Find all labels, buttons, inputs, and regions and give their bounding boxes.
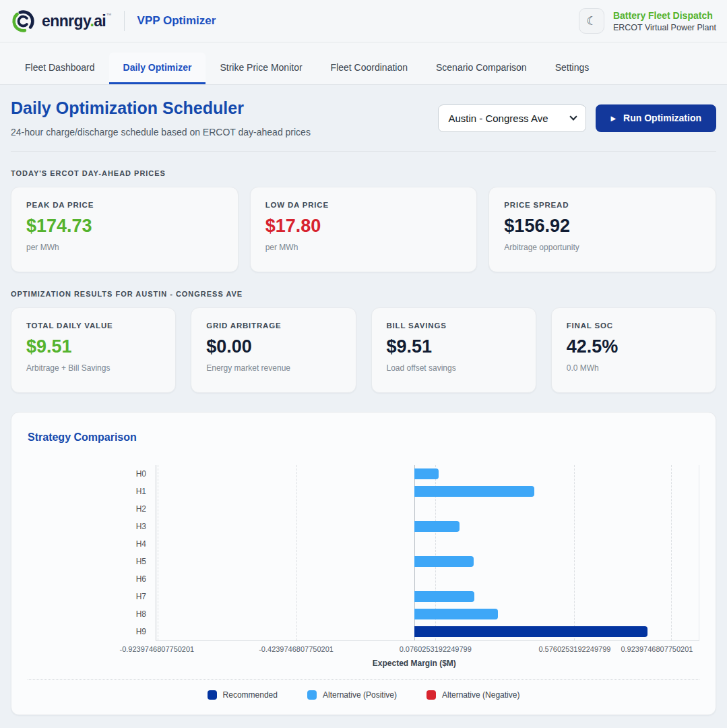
chart-x-axis-label: Expected Margin ($M) [373,659,456,668]
tab-label: Scenario Comparison [436,62,527,73]
chart-bar-h1 [414,486,535,497]
page-header-row: Daily Optimization Scheduler 24-hour cha… [11,98,716,138]
fleet-info: Battery Fleet Dispatch ERCOT Virtual Pow… [613,10,716,32]
chart-x-tick-label: 0.9239746807750201 [621,645,693,653]
moon-icon: ☾ [586,14,596,28]
app-title: VPP Optimizer [137,14,216,28]
tab-settings[interactable]: Settings [541,53,604,84]
fleet-description: ERCOT Virtual Power Plant [613,23,716,32]
stat-card-sublabel: Arbitrage + Bill Savings [26,363,160,373]
chart-category-label: H1 [28,483,156,500]
stat-card-sublabel: Load offset savings [387,363,521,373]
chart-bar-h8 [414,609,499,619]
page-header-text: Daily Optimization Scheduler 24-hour cha… [11,98,311,138]
tab-fleet-dashboard[interactable]: Fleet Dashboard [11,53,109,84]
top-bar: ennrgy.ai™ VPP Optimizer ☾ Battery Fleet… [0,0,727,42]
play-icon: ▶ [610,115,616,122]
strategy-comparison-card: Strategy Comparison H0H1H2H3H4H5H6H7H8H9… [11,412,716,715]
stat-card-sublabel: per MWh [265,243,462,252]
stat-card: PRICE SPREAD$156.92Arbitrage opportunity [488,187,716,272]
chart-bar-h5 [414,556,474,567]
stat-card: GRID ARBITRAGE$0.00Energy market revenue [191,307,356,393]
legend-swatch [426,690,436,700]
page-subtitle: 24-hour charge/discharge schedule based … [11,127,311,138]
chart-plot-area [156,465,699,641]
chart-y-axis-labels: H0H1H2H3H4H5H6H7H8H9 [28,465,156,641]
brand: ennrgy.ai™ [11,9,111,34]
stat-card-sublabel: per MWh [26,243,223,252]
nav-tabs: Fleet DashboardDaily OptimizerStrike Pri… [0,42,727,85]
stat-card: PEAK DA PRICE$174.73per MWh [11,187,239,272]
legend-swatch [208,690,217,700]
fleet-name: Battery Fleet Dispatch [613,10,716,21]
chart-title: Strategy Comparison [28,431,699,444]
brand-wordmark: ennrgy.ai™ [42,12,111,30]
chart-bar-row [156,518,699,535]
stat-card-value: $156.92 [504,216,701,237]
stat-card: BILL SAVINGS$9.51Load offset savings [371,307,536,393]
site-select[interactable]: Austin - Congress Ave [438,104,586,132]
tab-daily-optimizer[interactable]: Daily Optimizer [109,53,206,84]
tab-fleet-coordination[interactable]: Fleet Coordination [317,53,422,84]
page-title: Daily Optimization Scheduler [11,98,311,118]
stat-card-value: $0.00 [206,336,340,357]
chart-x-tick-label: 0.0760253192249799 [400,645,472,653]
tab-strike-price-monitor[interactable]: Strike Price Monitor [206,53,316,84]
stat-card-sublabel: Energy market revenue [206,363,340,373]
stat-card-label: PEAK DA PRICE [26,201,223,209]
chart-category-label: H9 [28,623,156,640]
chart-category-label: H6 [28,570,156,588]
stat-card-sublabel: 0.0 MWh [567,363,701,373]
section-divider [11,151,716,152]
chart-category-label: H5 [28,553,156,570]
legend-label: Alternative (Negative) [442,690,519,700]
stat-card: LOW DA PRICE$17.80per MWh [250,187,478,272]
tab-label: Settings [555,62,590,73]
stat-card-value: $9.51 [26,336,160,357]
chart-x-tick-label: 0.5760253192249799 [538,645,610,653]
chart-bar-row [156,465,699,483]
chart-legend: RecommendedAlternative (Positive)Alterna… [28,680,699,708]
chart-category-label: H4 [28,535,156,553]
run-optimization-button[interactable]: ▶ Run Optimization [596,104,716,132]
price-cards-row: PEAK DA PRICE$174.73per MWhLOW DA PRICE$… [11,187,716,272]
stat-card-value: $174.73 [26,216,223,237]
chart-bar-row [156,535,699,553]
chart-bar-row [156,588,699,605]
legend-item-recommended: Recommended [208,690,278,700]
stat-card-label: PRICE SPREAD [504,201,701,209]
stat-card: TOTAL DAILY VALUE$9.51Arbitrage + Bill S… [11,307,176,393]
legend-swatch [307,690,317,700]
chart-bar-h0 [414,468,439,479]
chart-bar-row [156,500,699,518]
stat-card-value: 42.5% [567,336,701,357]
chart-bar-h3 [414,521,460,532]
stat-card: FINAL SOC42.5%0.0 MWh [551,307,716,393]
chart-category-label: H7 [28,588,156,605]
legend-item-alt-positive: Alternative (Positive) [307,690,397,700]
stat-card-label: TOTAL DAILY VALUE [26,322,160,330]
chart-bar-row [156,570,699,588]
site-select-wrap: Austin - Congress Ave [438,104,586,132]
legend-item-alt-negative: Alternative (Negative) [426,690,519,700]
main-content: Daily Optimization Scheduler 24-hour cha… [0,85,727,715]
tab-scenario-comparison[interactable]: Scenario Comparison [422,53,541,84]
stat-card-sublabel: Arbitrage opportunity [504,243,701,252]
chart-category-label: H2 [28,500,156,518]
chart-x-axis-ticks: -0.9239746807750201-0.42397468077502010.… [156,645,699,655]
chart-category-label: H0 [28,465,156,483]
tab-label: Daily Optimizer [123,62,192,73]
header-right: ☾ Battery Fleet Dispatch ERCOT Virtual P… [579,8,716,34]
chart-x-tick-label: -0.4239746807750201 [259,645,334,653]
chart-bar-h9 [414,626,647,637]
ennrgy-logo-icon [11,9,36,34]
chart-category-label: H3 [28,518,156,535]
page-controls: Austin - Congress Ave ▶ Run Optimization [438,104,716,132]
theme-toggle-button[interactable]: ☾ [579,8,604,34]
tab-label: Strike Price Monitor [220,62,302,73]
stat-card-label: GRID ARBITRAGE [206,322,340,330]
results-section-heading: OPTIMIZATION RESULTS FOR AUSTIN - CONGRE… [11,290,716,298]
header-divider [124,11,125,31]
tab-label: Fleet Dashboard [25,62,95,73]
tab-label: Fleet Coordination [331,62,408,73]
